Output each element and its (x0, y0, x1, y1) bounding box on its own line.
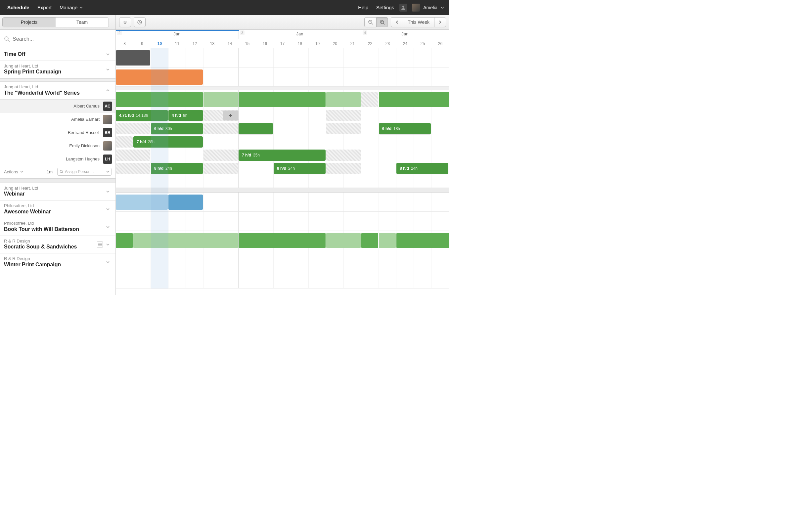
actions-menu[interactable]: Actions (4, 170, 23, 174)
day-header[interactable]: 26 (432, 39, 449, 48)
day-header[interactable]: 9 (133, 39, 151, 48)
expand-toggle[interactable] (106, 67, 112, 72)
search-input[interactable] (13, 36, 112, 42)
project-lane[interactable] (116, 212, 449, 231)
schedule-bar[interactable] (379, 233, 396, 248)
schedule-bar[interactable] (168, 195, 203, 210)
project-row[interactable]: R & R DesignSocratic Soup & Sandwiches (0, 236, 115, 254)
project-row[interactable]: R & R DesignWinter Print Campaign (0, 254, 115, 271)
zoom-out-button[interactable] (364, 17, 376, 27)
project-row[interactable]: Jung at Heart, LtdThe "Wonderful World" … (0, 82, 115, 99)
day-header[interactable]: 22 (361, 39, 379, 48)
person-lane[interactable]: 8 h/d24h8 h/d24h8 h/d24h (116, 162, 449, 175)
user-menu[interactable]: Amelia (409, 4, 446, 12)
day-header[interactable]: 8 (116, 39, 133, 48)
nav-settings[interactable]: Settings (372, 5, 398, 10)
person-silhouette-icon[interactable] (399, 4, 407, 12)
day-header[interactable]: 17 (274, 39, 291, 48)
day-header[interactable]: 14 (221, 39, 239, 48)
next-week-button[interactable] (434, 17, 446, 27)
schedule-bar[interactable] (361, 92, 378, 107)
project-row[interactable]: Philosofree, LtdAwesome Webinar (0, 200, 115, 218)
schedule-bar[interactable] (239, 92, 326, 107)
day-header[interactable]: 10 (151, 39, 168, 48)
day-header[interactable]: 20 (326, 39, 344, 48)
schedule-bar[interactable] (116, 92, 203, 107)
nav-export[interactable]: Export (33, 5, 55, 10)
notes-icon[interactable] (97, 242, 103, 247)
assignment-bar[interactable]: 8 h/d24h (274, 163, 326, 174)
day-header[interactable]: 11 (168, 39, 186, 48)
project-lane[interactable] (116, 231, 449, 250)
day-header[interactable]: 19 (309, 39, 326, 48)
person-row[interactable]: Bertrand RussellBR (0, 126, 115, 139)
day-header[interactable]: 13 (204, 39, 221, 48)
expand-toggle[interactable] (106, 225, 112, 229)
nav-schedule[interactable]: Schedule (3, 5, 33, 10)
assign-person-dropdown[interactable] (104, 168, 111, 175)
person-lane[interactable]: 6 h/d30h6 h/d18h (116, 123, 449, 136)
schedule-bar[interactable] (379, 92, 449, 107)
schedule-bar[interactable] (326, 233, 361, 248)
project-row[interactable]: Philosofree, LtdBook Tour with Will Batt… (0, 218, 115, 236)
day-header[interactable]: 25 (414, 39, 432, 48)
tab-team[interactable]: Team (55, 18, 109, 27)
history-button[interactable] (134, 17, 146, 27)
assignment-bar[interactable]: 8 h/d24h (396, 163, 448, 174)
assignment-bar[interactable]: 7 h/d28h (133, 136, 203, 148)
schedule-bar[interactable] (116, 50, 150, 65)
collapse-all-button[interactable] (119, 17, 131, 27)
day-header[interactable]: 23 (379, 39, 396, 48)
project-lane[interactable] (116, 67, 449, 87)
person-lane[interactable]: 4.71 h/d14.13h4 h/d8h (116, 109, 449, 123)
expand-toggle[interactable] (106, 88, 112, 93)
person-lane[interactable]: 7 h/d35h (116, 149, 449, 162)
expand-toggle[interactable] (106, 207, 112, 211)
schedule-bar[interactable] (239, 233, 326, 248)
project-row[interactable]: Time Off (0, 48, 115, 61)
assignment-bar[interactable]: 8 h/d24h (151, 163, 203, 174)
add-assignment-button[interactable] (223, 111, 239, 120)
project-lane[interactable] (116, 250, 449, 269)
schedule-bar[interactable] (326, 92, 361, 107)
expand-toggle[interactable] (106, 52, 112, 57)
project-row[interactable]: Jung at Heart, LtdWebinar (0, 183, 115, 200)
person-row[interactable]: Amelia Earhart (0, 113, 115, 126)
assignment-bar[interactable]: 7 h/d35h (239, 149, 326, 161)
assignment-bar[interactable]: 6 h/d18h (379, 123, 431, 134)
expand-toggle[interactable] (106, 242, 112, 247)
expand-toggle[interactable] (106, 260, 112, 264)
person-row[interactable]: Albert CamusAC (0, 100, 115, 113)
timeline[interactable]: 2Jan3Jan4Jan 891011121314151617181920212… (116, 30, 449, 295)
person-row[interactable]: Langston HughesLH (0, 152, 115, 166)
nav-manage[interactable]: Manage (55, 5, 87, 10)
schedule-bar[interactable] (133, 233, 238, 248)
day-header[interactable]: 21 (344, 39, 361, 48)
schedule-bar[interactable] (396, 233, 449, 248)
assign-person-input[interactable]: Assign Person... (58, 168, 104, 175)
assignment-bar[interactable]: 6 h/d30h (151, 123, 203, 134)
project-lane[interactable] (116, 193, 449, 212)
schedule-bar[interactable] (361, 233, 378, 248)
zoom-in-button[interactable] (376, 17, 388, 27)
day-header[interactable]: 18 (291, 39, 309, 48)
person-row[interactable]: Emily Dickinson (0, 139, 115, 152)
day-header[interactable]: 24 (396, 39, 414, 48)
prev-week-button[interactable] (391, 17, 403, 27)
project-lane[interactable] (116, 269, 449, 289)
schedule-bar[interactable] (204, 92, 238, 107)
assignment-bar[interactable]: 4.71 h/d14.13h (116, 110, 168, 121)
expand-toggle[interactable] (106, 189, 112, 194)
assignment-bar[interactable]: 4 h/d8h (168, 110, 203, 121)
project-lane[interactable] (116, 90, 449, 109)
tab-projects[interactable]: Projects (3, 18, 55, 27)
this-week-button[interactable]: This Week (403, 17, 434, 27)
day-header[interactable]: 16 (256, 39, 274, 48)
nav-help[interactable]: Help (354, 5, 372, 10)
project-lane[interactable] (116, 48, 449, 67)
schedule-bar[interactable] (116, 69, 203, 85)
day-header[interactable]: 15 (239, 39, 256, 48)
day-header[interactable]: 12 (186, 39, 204, 48)
project-row[interactable]: Jung at Heart, LtdSpring Print Campaign (0, 61, 115, 78)
assignment-bar[interactable] (239, 123, 273, 134)
